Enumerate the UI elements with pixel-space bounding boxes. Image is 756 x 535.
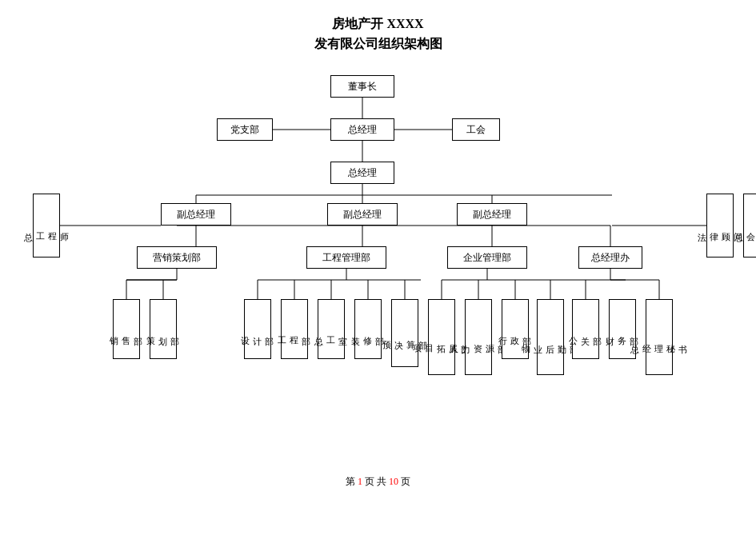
node-zong-gongshi: 总工室: [318, 299, 345, 359]
node-gonghui: 工会: [452, 118, 500, 141]
node-yujiesuan: 预决算部: [391, 299, 418, 367]
title-line1: 房地产开 XXXX: [314, 16, 442, 33]
node-zongjingli1: 总经理: [330, 118, 394, 141]
node-dongshizhang: 董事长: [330, 75, 394, 98]
node-zong-mishu: 总经理秘书: [646, 299, 673, 375]
node-fu3: 副总经理: [457, 203, 527, 226]
node-gongchengbu: 工程部: [281, 299, 308, 359]
node-fu1: 副总经理: [161, 203, 231, 226]
node-qiye: 企业管理部: [447, 246, 527, 269]
page-number: 1: [358, 476, 362, 487]
node-zongjingli2: 总经理: [330, 162, 394, 184]
page: 房地产开 XXXX 发有限公司组织架构图: [0, 0, 756, 535]
node-xingzheng: 行政部: [502, 299, 529, 359]
node-gongcheng: 工程管理部: [306, 246, 386, 269]
node-falv: 法律顾问: [706, 194, 734, 258]
node-wuye: 物业后勤部: [537, 299, 564, 375]
node-yingxiao: 营销策划部: [137, 246, 217, 269]
node-kuaiji: 总会计师: [743, 194, 757, 258]
node-gongguan: 公关部: [572, 299, 599, 359]
node-fu2: 副总经理: [327, 203, 398, 226]
total-pages: 10: [389, 476, 398, 487]
node-xiangmu: 项目拓展部: [428, 299, 455, 375]
node-zonggongchengshi: 总工程师: [33, 194, 60, 258]
node-zhuangxiu: 装修部: [354, 299, 382, 359]
node-caiwu: 财务部: [609, 299, 636, 359]
node-zongjinglibn: 总经理办: [578, 246, 642, 269]
node-renli: 人力资源部: [465, 299, 492, 375]
node-xiaoshou: 销售部: [113, 299, 140, 359]
title-area: 房地产开 XXXX 发有限公司组织架构图: [314, 16, 442, 53]
node-sheji: 设计部: [244, 299, 271, 359]
node-dangzhibu: 党支部: [217, 118, 273, 141]
title-line2: 发有限公司组织架构图: [314, 36, 442, 53]
node-cehua: 策划部: [150, 299, 177, 359]
footer: 第 1 页 共 10 页: [346, 475, 410, 489]
org-chart: 董事长 党支部 总经理 工会 总经理 副总经理 副总经理 副总经理 总工程师: [18, 67, 738, 459]
